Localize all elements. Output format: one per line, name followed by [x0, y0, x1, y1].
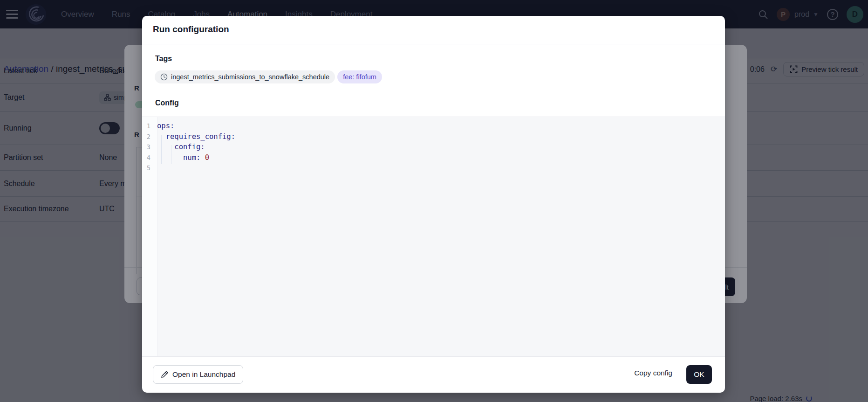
code-line: 3 config:: [142, 142, 725, 152]
pencil-icon: [161, 371, 168, 378]
launchpad-button-label: Open in Launchpad: [172, 370, 235, 379]
clock-icon: [160, 73, 168, 81]
line-number: 5: [142, 163, 154, 173]
line-number: 1: [142, 121, 154, 132]
tag-schedule-chip[interactable]: ingest_metrics_submissions_to_snowflake_…: [155, 70, 335, 83]
modal-title-divider: [142, 44, 725, 44]
code-line: 2 requires_config:: [142, 132, 725, 142]
ok-button[interactable]: OK: [686, 365, 712, 384]
line-number: 4: [142, 152, 154, 163]
line-number: 3: [142, 142, 154, 152]
config-code-editor[interactable]: 1 ops: 2 requires_config: 3 config: 4 nu…: [142, 117, 725, 356]
line-number: 2: [142, 132, 154, 142]
tags-list: ingest_metrics_submissions_to_snowflake_…: [155, 70, 382, 83]
tag-fee-chip[interactable]: fee: fifofum: [337, 70, 382, 83]
modal-footer-divider: [142, 356, 725, 357]
tag-fee-label: fee: fifofum: [343, 73, 376, 81]
code-line: 5: [142, 163, 725, 173]
copy-config-button[interactable]: Copy config: [634, 369, 672, 377]
code-lines: 1 ops: 2 requires_config: 3 config: 4 nu…: [142, 121, 725, 173]
code-line: 4 num: 0: [142, 152, 725, 163]
run-configuration-modal: Run configuration Tags ingest_metrics_su…: [142, 16, 725, 393]
modal-title: Run configuration: [153, 24, 229, 35]
tags-section-label: Tags: [155, 55, 172, 63]
tag-schedule-label: ingest_metrics_submissions_to_snowflake_…: [171, 73, 329, 81]
code-line: 1 ops:: [142, 121, 725, 132]
config-section-label: Config: [155, 99, 179, 107]
open-in-launchpad-button[interactable]: Open in Launchpad: [153, 365, 243, 384]
